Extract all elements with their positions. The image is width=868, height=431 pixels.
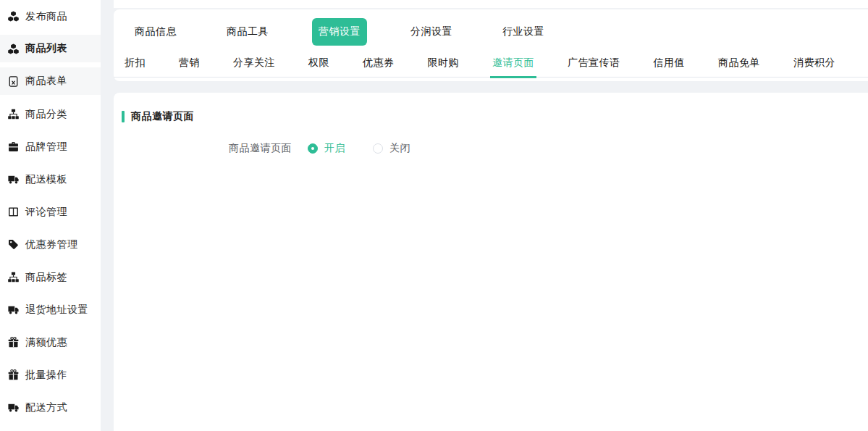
radio-off-dot[interactable]	[373, 143, 383, 154]
top-strip	[114, 0, 868, 8]
subtab-discount[interactable]: 折扣	[122, 50, 148, 78]
sidebar-item-batch-operation[interactable]: 批量操作	[0, 359, 101, 391]
sidebar-item-product-form[interactable]: 商品表单	[0, 65, 101, 98]
sidebar-item-label: 商品分类	[25, 108, 67, 121]
content-card: 商品邀请页面 商品邀请页面 开启 关闭	[114, 93, 868, 431]
sidebar-item-label: 配送方式	[25, 401, 67, 414]
sitemap-icon	[8, 272, 19, 283]
cubes-icon	[8, 43, 19, 54]
main-area: 商品信息 商品工具 营销设置 分润设置 行业设置 折扣 营销 分享关注 权限 优…	[101, 0, 868, 431]
subtab-invite-page[interactable]: 邀请页面	[490, 50, 536, 78]
subtab-share-follow[interactable]: 分享关注	[231, 50, 277, 78]
invite-page-form-row: 商品邀请页面 开启 关闭	[114, 142, 868, 155]
sidebar-item-product-category[interactable]: 商品分类	[0, 98, 101, 130]
sidebar-item-label: 优惠券管理	[25, 238, 78, 251]
gift-icon	[8, 337, 19, 348]
tag-icon	[8, 239, 19, 250]
section-header: 商品邀请页面	[122, 110, 868, 123]
invite-page-radio-group: 开启 关闭	[300, 142, 431, 155]
sitemap-icon	[8, 109, 19, 120]
invite-page-label: 商品邀请页面	[114, 142, 292, 155]
columns-icon	[8, 206, 19, 217]
sidebar-item-label: 满额优惠	[25, 336, 67, 349]
sidebar-item-label: 退货地址设置	[25, 304, 88, 317]
sidebar-item-product-list[interactable]: 商品列表	[0, 33, 101, 65]
radio-on[interactable]: 开启	[308, 142, 345, 155]
sidebar-item-label: 评论管理	[25, 206, 67, 219]
truck-icon	[8, 174, 19, 185]
radio-off-label: 关闭	[389, 142, 410, 155]
radio-on-label: 开启	[324, 142, 345, 155]
sidebar-item-return-address[interactable]: 退货地址设置	[0, 293, 101, 326]
radio-on-dot[interactable]	[308, 143, 318, 154]
tab-product-info[interactable]: 商品信息	[128, 18, 183, 46]
sidebar-item-label: 商品标签	[25, 271, 67, 284]
subtab-coupon[interactable]: 优惠券	[361, 50, 397, 78]
tab-marketing-settings[interactable]: 营销设置	[312, 18, 367, 46]
tab-product-tools[interactable]: 商品工具	[220, 18, 275, 46]
sidebar-item-label: 发布商品	[25, 10, 67, 23]
section-accent-bar	[122, 111, 125, 122]
sidebar-item-label: 商品表单	[25, 75, 67, 88]
sidebar-item-publish-product[interactable]: 发布商品	[0, 0, 101, 33]
sidebar-item-label: 商品列表	[25, 42, 67, 55]
sidebar-item-coupon-management[interactable]: 优惠券管理	[0, 228, 101, 261]
cubes-icon	[8, 11, 19, 22]
briefcase-icon	[8, 141, 19, 152]
tab-industry-settings[interactable]: 行业设置	[496, 18, 551, 46]
sidebar-item-delivery-template[interactable]: 配送模板	[0, 163, 101, 196]
subtab-consume-points[interactable]: 消费积分	[791, 50, 838, 78]
sidebar-item-label: 品牌管理	[25, 141, 67, 154]
subtab-marketing[interactable]: 营销	[177, 50, 202, 78]
sidebar-item-delivery-method[interactable]: 配送方式	[0, 391, 101, 424]
sidebar-item-label: 批量操作	[25, 369, 67, 382]
subtab-product-free[interactable]: 商品免单	[716, 50, 762, 78]
subtab-ad-slogan[interactable]: 广告宣传语	[565, 50, 623, 78]
sidebar-item-brand-management[interactable]: 品牌管理	[0, 130, 101, 163]
file-x-icon	[8, 76, 19, 87]
subtab-permission[interactable]: 权限	[306, 50, 332, 78]
section-title: 商品邀请页面	[131, 110, 194, 123]
subtab-credit-value[interactable]: 信用值	[652, 50, 688, 78]
sidebar-item-full-discount[interactable]: 满额优惠	[0, 326, 101, 359]
sidebar-item-label: 配送模板	[25, 173, 67, 186]
primary-tab-bar: 商品信息 商品工具 营销设置 分润设置 行业设置	[114, 9, 868, 46]
tabs-card: 商品信息 商品工具 营销设置 分润设置 行业设置 折扣 营销 分享关注 权限 优…	[114, 9, 868, 81]
gift-icon	[8, 369, 19, 380]
secondary-tab-bar: 折扣 营销 分享关注 权限 优惠券 限时购 邀请页面 广告宣传语 信用值 商品免…	[114, 50, 868, 78]
tab-profit-settings[interactable]: 分润设置	[404, 18, 459, 46]
truck-icon	[8, 402, 19, 413]
radio-off[interactable]: 关闭	[373, 142, 410, 155]
truck-icon	[8, 304, 19, 315]
subtab-flash-sale[interactable]: 限时购	[426, 50, 462, 78]
sidebar-item-product-tag[interactable]: 商品标签	[0, 261, 101, 293]
sidebar: 发布商品 商品列表 商品表单 商品分类 品牌管理 配送模板 评论管理 优惠券管理…	[0, 0, 101, 431]
sidebar-item-comment-management[interactable]: 评论管理	[0, 196, 101, 228]
